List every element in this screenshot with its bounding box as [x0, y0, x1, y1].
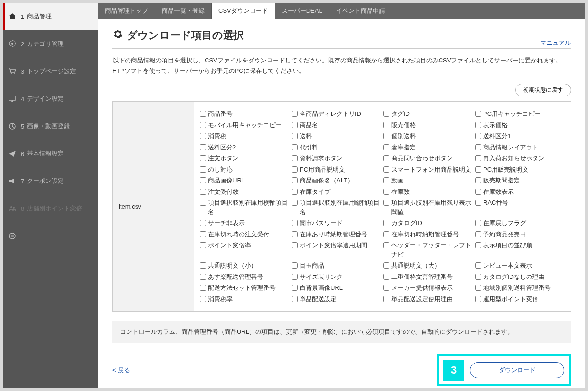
field-checkbox[interactable]: 送料区分1: [475, 130, 565, 142]
field-checkbox[interactable]: 資料請求ボタン: [292, 153, 381, 164]
field-checkbox[interactable]: ポイント変倍率適用期間: [292, 240, 381, 260]
checkbox[interactable]: [475, 189, 481, 195]
checkbox[interactable]: [200, 177, 206, 183]
field-checkbox[interactable]: 商品番号: [200, 108, 290, 120]
checkbox[interactable]: [292, 155, 298, 161]
field-checkbox[interactable]: 代引料: [292, 142, 381, 153]
checkbox[interactable]: [383, 155, 389, 161]
checkbox[interactable]: [383, 231, 389, 237]
field-checkbox[interactable]: サイズ表リンク: [292, 271, 381, 283]
checkbox[interactable]: [292, 220, 298, 226]
field-checkbox[interactable]: 在庫切れ時納期管理番号: [383, 229, 473, 240]
checkbox[interactable]: [475, 122, 481, 128]
sidebar-item-toppage[interactable]: 3 トップページ設定: [3, 58, 98, 85]
field-checkbox[interactable]: 白背景画像URL: [292, 282, 381, 294]
checkbox[interactable]: [383, 189, 389, 195]
checkbox[interactable]: [292, 166, 298, 173]
field-checkbox[interactable]: PC用キャッチコピー: [475, 108, 565, 120]
checkbox[interactable]: [292, 242, 298, 248]
field-checkbox[interactable]: 共通説明文（小）: [200, 260, 290, 271]
field-checkbox[interactable]: あす楽配送管理番号: [200, 271, 290, 283]
field-checkbox[interactable]: カタログID: [383, 217, 473, 229]
field-checkbox[interactable]: 商品問い合わせボタン: [383, 153, 473, 164]
field-checkbox[interactable]: 商品画像URL: [200, 175, 290, 186]
checkbox[interactable]: [200, 285, 206, 291]
checkbox[interactable]: [475, 166, 481, 173]
checkbox[interactable]: [383, 144, 389, 150]
checkbox[interactable]: [292, 285, 298, 291]
checkbox[interactable]: [292, 133, 298, 139]
download-button[interactable]: ダウンロード: [470, 362, 564, 378]
checkbox[interactable]: [383, 285, 389, 291]
checkbox[interactable]: [475, 155, 481, 161]
checkbox[interactable]: [200, 133, 206, 139]
field-checkbox[interactable]: PC用販売説明文: [475, 164, 565, 175]
field-checkbox[interactable]: 予約商品発売日: [475, 229, 565, 240]
checkbox[interactable]: [383, 177, 389, 183]
checkbox[interactable]: [200, 242, 206, 248]
field-checkbox[interactable]: タグID: [383, 108, 473, 120]
tab-event[interactable]: イベント商品申請: [329, 3, 392, 19]
field-checkbox[interactable]: PC用商品説明文: [292, 164, 381, 175]
field-checkbox[interactable]: スマートフォン用商品説明文: [383, 164, 473, 175]
checkbox[interactable]: [475, 133, 481, 139]
field-checkbox[interactable]: RAC番号: [475, 197, 565, 217]
sidebar-item-products[interactable]: 1 商品管理: [3, 3, 98, 30]
checkbox[interactable]: [200, 200, 206, 206]
field-checkbox[interactable]: モバイル用キャッチコピー: [200, 120, 290, 131]
field-checkbox[interactable]: 販売期間指定: [475, 175, 565, 186]
field-checkbox[interactable]: 単品配送設定使用理由: [383, 294, 473, 305]
checkbox[interactable]: [383, 111, 389, 117]
field-checkbox[interactable]: 運用型ポイント変倍: [475, 294, 565, 305]
sidebar-item-coupon[interactable]: 7 クーポン設定: [3, 167, 98, 195]
checkbox[interactable]: [292, 189, 298, 195]
field-checkbox[interactable]: 注文受付数: [200, 186, 290, 198]
checkbox[interactable]: [292, 296, 298, 302]
checkbox[interactable]: [383, 274, 389, 280]
checkbox[interactable]: [292, 231, 298, 237]
tab-csv-download[interactable]: CSVダウンロード: [212, 3, 275, 19]
field-checkbox[interactable]: 在庫数: [383, 186, 473, 198]
checkbox[interactable]: [475, 296, 481, 302]
field-checkbox[interactable]: 在庫切れ時の注文受付: [200, 229, 290, 240]
field-checkbox[interactable]: 再入荷お知らせボタン: [475, 153, 565, 164]
field-checkbox[interactable]: 商品名: [292, 120, 381, 131]
field-checkbox[interactable]: レビュー本文表示: [475, 260, 565, 271]
field-checkbox[interactable]: 二重価格文言管理番号: [383, 271, 473, 283]
field-checkbox[interactable]: 注文ボタン: [200, 153, 290, 164]
checkbox[interactable]: [200, 262, 206, 269]
field-checkbox[interactable]: 項目選択肢別在庫用縦軸項目名: [292, 197, 381, 217]
checkbox[interactable]: [475, 200, 481, 206]
tab-product-list[interactable]: 商品一覧・登録: [155, 3, 212, 19]
checkbox[interactable]: [292, 262, 298, 269]
checkbox[interactable]: [292, 200, 298, 206]
field-checkbox[interactable]: 送料区分2: [200, 142, 290, 153]
field-checkbox[interactable]: 項目選択肢別在庫用残り表示閾値: [383, 197, 473, 217]
checkbox[interactable]: [200, 166, 206, 173]
field-checkbox[interactable]: サーチ非表示: [200, 217, 290, 229]
sidebar-item-media[interactable]: 5 画像・動画登録: [3, 113, 98, 140]
checkbox[interactable]: [200, 122, 206, 128]
field-checkbox[interactable]: 闇市パスワード: [292, 217, 381, 229]
checkbox[interactable]: [200, 144, 206, 150]
checkbox[interactable]: [383, 166, 389, 173]
checkbox[interactable]: [292, 122, 298, 128]
checkbox[interactable]: [475, 111, 481, 117]
field-checkbox[interactable]: 共通説明文（大）: [383, 260, 473, 271]
sidebar-item-more[interactable]: [3, 222, 98, 250]
checkbox[interactable]: [292, 144, 298, 150]
field-checkbox[interactable]: 項目選択肢別在庫用横軸項目名: [200, 197, 290, 217]
field-checkbox[interactable]: 商品画像名（ALT）: [292, 175, 381, 186]
checkbox[interactable]: [383, 122, 389, 128]
field-checkbox[interactable]: 在庫タイプ: [292, 186, 381, 198]
checkbox[interactable]: [200, 274, 206, 280]
field-checkbox[interactable]: 全商品ディレクトリID: [292, 108, 381, 120]
sidebar-item-basic[interactable]: 6 基本情報設定: [3, 140, 98, 167]
checkbox[interactable]: [475, 231, 481, 237]
field-checkbox[interactable]: ヘッダー・フッター・レフトナビ: [383, 240, 473, 260]
checkbox[interactable]: [383, 296, 389, 302]
reset-button[interactable]: 初期状態に戻す: [515, 84, 571, 96]
field-checkbox[interactable]: 送料: [292, 130, 381, 142]
checkbox[interactable]: [383, 220, 389, 226]
checkbox[interactable]: [200, 189, 206, 195]
